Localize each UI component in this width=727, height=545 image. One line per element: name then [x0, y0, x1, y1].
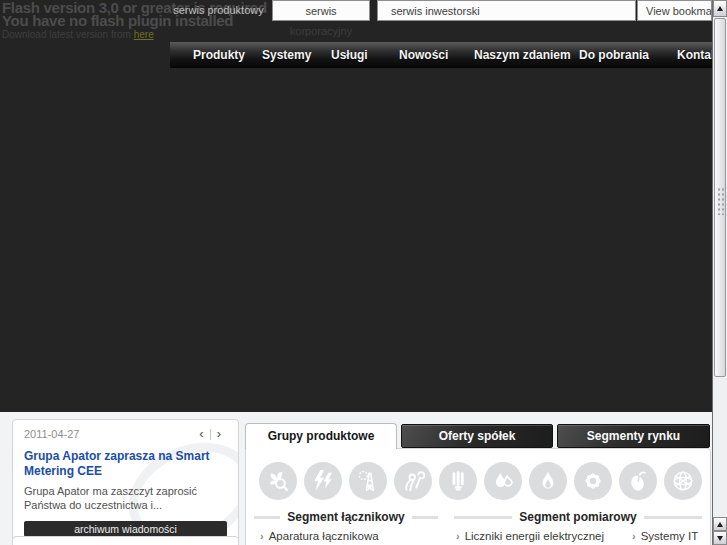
chevron-bullet-icon: ›	[632, 530, 636, 542]
scrollbar-grip	[717, 187, 725, 215]
nav-item-nowosci[interactable]: Nowości	[399, 42, 448, 68]
scroll-down-button[interactable]	[713, 531, 727, 545]
next-arrow-button[interactable]: ›	[211, 428, 227, 440]
flash-download-link[interactable]: here	[134, 29, 154, 40]
scroll-up-button-bottom[interactable]	[713, 517, 727, 531]
tab-segmenty-rynku[interactable]: Segmenty rynku	[557, 424, 710, 448]
scrollbar-thumb[interactable]	[714, 18, 726, 377]
nav-item-systemy[interactable]: Systemy	[262, 42, 311, 68]
flash-warning-line3: Download latest version from here	[2, 29, 267, 40]
network-globe-icon	[671, 469, 695, 493]
segment-pomiarowy-header: Segment pomiarowy	[446, 510, 710, 524]
flame-icon	[536, 469, 560, 493]
service-tab-strip: serwis produktowy serwis korporacyjny se…	[0, 0, 727, 21]
tab-oferty-spolek[interactable]: Oferty spółek	[401, 424, 553, 448]
cfl-bulb-icon	[446, 469, 470, 493]
segment-lacznikowy-column: Segment łącznikowy ›Aparatura łącznikowa	[246, 510, 446, 542]
triangle-up-icon	[717, 522, 723, 527]
segment-item-label: Liczniki energii elektrycznej	[465, 530, 604, 542]
fan-magnifier-icon	[266, 469, 290, 493]
tower-icon	[356, 469, 380, 493]
page: Flash version 3,0 or greater is required…	[0, 0, 727, 545]
segment-pomiarowy-column: Segment pomiarowy ›Liczniki energii elek…	[446, 510, 710, 542]
lightning-icon	[311, 469, 335, 493]
product-icon-tools[interactable]	[394, 462, 432, 500]
mouse-icon	[626, 469, 650, 493]
news-pager: ‹ ›	[193, 428, 227, 440]
news-headline-link[interactable]: Grupa Apator zaprasza na Smart Metering …	[24, 449, 227, 479]
segment-item-label: Systemy IT	[641, 530, 699, 542]
view-bookmark-button[interactable]: View bookmark	[637, 0, 712, 21]
link-systemy-it[interactable]: ›Systemy IT	[632, 530, 698, 542]
nav-item-do-pobrania[interactable]: Do pobrania	[579, 42, 649, 68]
product-icon-water-drops[interactable]	[484, 462, 522, 500]
dash-decoration	[254, 516, 280, 519]
segment-name: Segment pomiarowy	[519, 510, 636, 524]
triangle-up-icon	[717, 6, 723, 11]
product-icon-row	[259, 462, 710, 500]
product-icon-tower[interactable]	[349, 462, 387, 500]
product-groups-panel: Segment łącznikowy ›Aparatura łącznikowa…	[245, 448, 711, 545]
shortcuts-widget: Na skróty	[12, 536, 239, 545]
link-aparatura-lacznikowa[interactable]: ›Aparatura łącznikowa	[260, 530, 379, 542]
gear-icon	[581, 469, 605, 493]
prev-arrow-button[interactable]: ‹	[193, 428, 209, 440]
tab-grupy-produktowe[interactable]: Grupy produktowe	[245, 423, 397, 449]
dash-decoration	[454, 516, 512, 519]
scroll-up-button[interactable]	[713, 0, 727, 17]
product-icon-mouse[interactable]	[619, 462, 657, 500]
product-icon-gear[interactable]	[574, 462, 612, 500]
water-drops-icon	[491, 469, 515, 493]
tab-serwis-korporacyjny[interactable]: serwis korporacyjny	[272, 0, 370, 21]
product-icon-cfl-bulb[interactable]	[439, 462, 477, 500]
product-icon-fan-magnifier[interactable]	[259, 462, 297, 500]
tab-serwis-inwestorski[interactable]: serwis inwestorski	[377, 0, 636, 21]
page-scrollbar[interactable]	[712, 0, 727, 545]
link-liczniki-energii[interactable]: ›Liczniki energii elektrycznej	[456, 530, 604, 542]
news-archive-button[interactable]: archiwum wiadomości	[24, 521, 227, 537]
segment-item-label: Aparatura łącznikowa	[269, 530, 379, 542]
main-nav: Produkty Systemy Usługi Nowości Naszym z…	[170, 42, 712, 68]
news-date: 2011-04-27	[24, 428, 79, 440]
triangle-down-icon	[717, 536, 723, 541]
segments-row: Segment łącznikowy ›Aparatura łącznikowa…	[246, 510, 710, 542]
dash-decoration	[412, 516, 438, 519]
segment-lacznikowy-header: Segment łącznikowy	[246, 510, 446, 524]
product-icon-flame[interactable]	[529, 462, 567, 500]
product-icon-network-globe[interactable]	[664, 462, 702, 500]
nav-item-naszym-zdaniem[interactable]: Naszym zdaniem	[474, 42, 571, 68]
nav-item-produkty[interactable]: Produkty	[193, 42, 245, 68]
flash-download-text: Download latest version from	[2, 29, 134, 40]
chevron-bullet-icon: ›	[260, 530, 264, 542]
dash-decoration	[644, 516, 702, 519]
product-icon-lightning[interactable]	[304, 462, 342, 500]
nav-item-uslugi[interactable]: Usługi	[331, 42, 368, 68]
news-excerpt: Grupa Apator ma zaszczyt zaprosić Państw…	[24, 484, 227, 512]
nav-item-kontakt[interactable]: Kontakt	[677, 42, 712, 68]
tab-serwis-produktowy[interactable]: serwis produktowy	[170, 0, 267, 21]
news-widget: 2011-04-27 ‹ › Grupa Apator zaprasza na …	[12, 419, 239, 545]
segment-name: Segment łącznikowy	[287, 510, 404, 524]
tools-icon	[401, 469, 425, 493]
chevron-bullet-icon: ›	[456, 530, 460, 542]
